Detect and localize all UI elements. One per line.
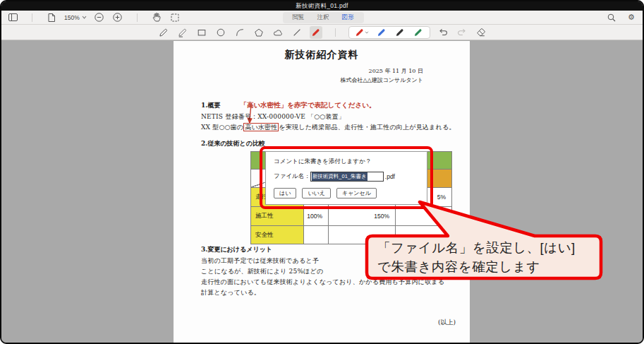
tab-annotate[interactable]: 注釈 <box>315 13 332 22</box>
undo-icon[interactable] <box>437 26 449 39</box>
pen-color-group <box>348 26 430 39</box>
document-date: 2025 年 11 月 10 日 <box>369 67 423 75</box>
rectangle-icon[interactable] <box>195 26 208 39</box>
section3-heading: 3.変更におけるメリット <box>201 245 272 254</box>
app-window: 新技術資料_01.pdf 150% <box>0 0 644 344</box>
marker-red-icon[interactable] <box>354 26 370 39</box>
paragraph-line: 計算となっている。 <box>201 288 260 297</box>
marker-green-icon[interactable] <box>412 26 425 39</box>
document-title: 新技術紹介資料 <box>174 49 470 61</box>
annotation-toolbar <box>1 25 643 40</box>
arc-icon[interactable] <box>233 26 246 39</box>
window-title: 新技術資料_01.pdf <box>296 2 348 11</box>
red-instruction-text: 「高い水密性」を赤字で表記してください。 <box>240 101 375 109</box>
view-tabs: 閲覧 注釈 図形 <box>283 12 364 23</box>
select-area-icon[interactable] <box>169 13 181 23</box>
document-canvas[interactable]: 新技術紹介資料 2025 年 11 月 10 日 株式会社△△建設コンサルタント… <box>1 40 643 344</box>
table-cell <box>304 226 329 244</box>
document-company: 株式会社△△建設コンサルタント <box>340 76 423 84</box>
section1-heading-row: 1.概要「高い水密性」を赤字で表記してください。 <box>201 97 375 110</box>
table-cell <box>396 207 452 226</box>
tab-view[interactable]: 閲覧 <box>290 13 308 22</box>
redo-icon[interactable] <box>456 26 468 39</box>
callout-line2: で朱書き内容を確定します <box>377 258 576 277</box>
marker-black-icon[interactable] <box>394 26 406 39</box>
line-icon[interactable] <box>291 26 303 39</box>
table-row-label: 安全性 <box>251 226 304 244</box>
polygon-icon[interactable] <box>253 26 265 39</box>
red-annotation-frame <box>260 146 433 209</box>
zoom-level-value: 150% <box>64 14 80 21</box>
pen-icon[interactable] <box>157 26 170 39</box>
toolbar-separator <box>32 13 32 22</box>
paragraph-line: 走行性の面においても従来技術よりよくなっており、かかる費用も予算内に収まる <box>201 278 444 287</box>
title-bar: 新技術資料_01.pdf <box>1 1 643 11</box>
marker-blue-icon[interactable] <box>375 26 388 39</box>
overview-line-post: を実現した橋梁部品、走行性・施工性の向上が見込まれる。 <box>279 124 455 131</box>
table-cell: 100% <box>304 207 329 226</box>
netis-line: NETIS 登録番号：XX-000000-VE 「○○装置」 <box>201 112 345 121</box>
toolbar-separator <box>137 13 138 22</box>
chevron-down-icon <box>82 16 87 19</box>
callout-text: 「ファイル名」を設定し、[はい] で朱書き内容を確定します <box>377 239 576 276</box>
section2-heading: 2.従来の技術との比較 <box>201 139 265 148</box>
paragraph-line: ことになるが、新技術により 25%ほどの <box>201 267 323 276</box>
paragraph-line: 当初の工期予定では従来技術であると予 <box>201 256 319 266</box>
section1-heading: 1.概要 <box>201 102 220 109</box>
chevron-down-icon <box>365 31 369 34</box>
cloud-icon[interactable] <box>272 26 284 39</box>
document-footer: (以上) <box>438 318 456 327</box>
sidebar-icon[interactable] <box>7 13 18 23</box>
page-icon[interactable] <box>46 13 57 23</box>
zoom-level-dropdown[interactable]: 150% <box>64 14 87 21</box>
callout-line1: 「ファイル名」を設定し、[はい] <box>377 239 576 258</box>
ellipse-icon[interactable] <box>214 26 227 39</box>
tab-shapes[interactable]: 図形 <box>339 13 357 22</box>
overview-line: XX 型○○歯の高い水密性を実現した橋梁部品、走行性・施工性の向上が見込まれる。 <box>201 123 456 132</box>
main-toolbar: 150% 閲覧 注釈 図形 ⚙ <box>1 11 643 25</box>
hand-icon[interactable] <box>151 13 162 23</box>
gear-icon[interactable]: ⚙ <box>626 13 637 23</box>
overview-line-pre: XX 型○○歯の <box>201 124 243 131</box>
table-cell: 150% <box>329 207 396 226</box>
highlighter-icon[interactable] <box>176 26 189 39</box>
zoom-out-icon[interactable] <box>94 13 105 23</box>
search-icon[interactable] <box>606 13 617 23</box>
zoom-in-icon[interactable] <box>112 13 123 23</box>
eraser-icon[interactable] <box>475 26 487 39</box>
red-highlight-box: 高い水密性 <box>243 123 279 131</box>
toolbar-separator <box>335 28 336 37</box>
red-marker-icon[interactable] <box>310 26 322 39</box>
table-row-label: 施工性 <box>251 207 304 226</box>
